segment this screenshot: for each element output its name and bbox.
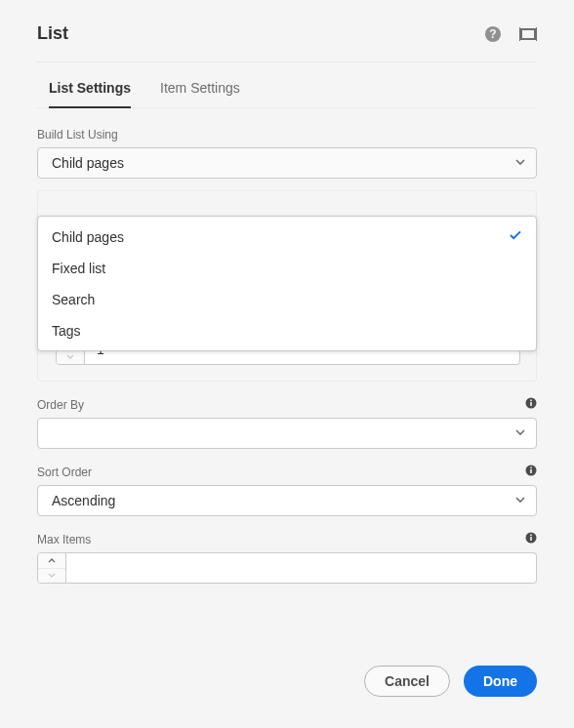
svg-rect-2	[521, 29, 535, 39]
info-icon[interactable]	[525, 532, 537, 546]
max-items-stepper	[37, 552, 537, 584]
info-icon[interactable]	[525, 397, 537, 412]
svg-text:?: ?	[489, 27, 496, 41]
stepper-down-icon[interactable]	[38, 569, 65, 584]
svg-rect-7	[530, 400, 532, 402]
svg-rect-9	[530, 469, 532, 473]
build-list-select[interactable]: Child pages	[37, 147, 537, 179]
svg-rect-13	[530, 535, 532, 537]
tab-item-settings[interactable]: Item Settings	[160, 80, 240, 107]
cancel-button[interactable]: Cancel	[364, 666, 450, 697]
chevron-down-icon	[514, 493, 526, 508]
dropdown-option-tags[interactable]: Tags	[38, 315, 536, 346]
header-icons: ?	[484, 25, 537, 43]
build-list-value: Child pages	[52, 155, 124, 171]
dialog-footer: Cancel Done	[364, 666, 537, 697]
dropdown-option-fixed-list[interactable]: Fixed list	[38, 253, 536, 284]
tabs: List Settings Item Settings	[37, 62, 537, 108]
sort-order-label: Sort Order	[37, 465, 537, 479]
tab-list-settings[interactable]: List Settings	[49, 80, 131, 107]
fullscreen-icon[interactable]	[519, 25, 537, 43]
stepper-down-icon[interactable]	[57, 350, 84, 365]
svg-rect-10	[530, 467, 532, 469]
checkmark-icon	[509, 228, 522, 245]
dropdown-option-search[interactable]: Search	[38, 284, 536, 315]
sort-order-select[interactable]: Ascending	[37, 485, 537, 516]
order-by-select[interactable]	[37, 418, 537, 449]
field-max-items: Max Items	[37, 532, 537, 584]
field-order-by: Order By	[37, 397, 537, 449]
svg-rect-6	[530, 402, 532, 406]
dropdown-option-child-pages[interactable]: Child pages	[38, 221, 536, 253]
sort-order-value: Ascending	[52, 493, 115, 508]
chevron-down-icon	[514, 425, 526, 441]
max-items-label: Max Items	[37, 532, 537, 546]
dialog-header: List ?	[37, 23, 537, 62]
build-list-label: Build List Using	[37, 128, 537, 142]
chevron-down-icon	[514, 155, 526, 171]
max-items-input[interactable]	[66, 552, 537, 584]
field-sort-order: Sort Order Ascending	[37, 465, 537, 516]
stepper-up-icon[interactable]	[38, 553, 65, 569]
dialog-title: List	[37, 23, 68, 44]
stepper-buttons	[37, 552, 66, 584]
svg-rect-12	[530, 537, 532, 541]
build-list-dropdown: Child pages Fixed list Search Tags	[37, 216, 537, 351]
done-button[interactable]: Done	[464, 666, 537, 697]
order-by-label: Order By	[37, 397, 537, 412]
help-icon[interactable]: ?	[484, 25, 502, 43]
info-icon[interactable]	[525, 465, 537, 479]
